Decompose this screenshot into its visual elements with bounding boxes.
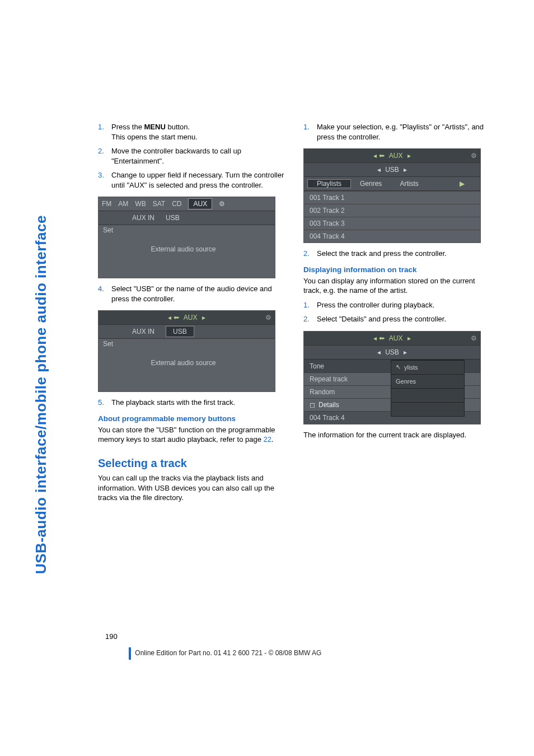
square-icon: ◻ bbox=[310, 401, 315, 409]
mem-body: You can store the "USB" function on the … bbox=[98, 425, 287, 445]
source-tabs: FM AM WB SAT CD AUX ⚙ bbox=[99, 197, 275, 211]
tab-am: AM bbox=[118, 200, 128, 208]
nav-right-icon: ▸ bbox=[202, 314, 205, 321]
track-row: 001 Track 1 bbox=[304, 191, 480, 204]
overlay-blank bbox=[391, 388, 464, 402]
gear-icon: ⚙ bbox=[265, 314, 271, 321]
top-bar: ◂ ⬅ AUX ▸ ⚙ bbox=[304, 332, 480, 346]
step-text: Press the MENU button. bbox=[111, 123, 190, 131]
right-steps-2: 2. Select the track and press the contro… bbox=[303, 249, 492, 259]
tab-wb: WB bbox=[135, 200, 146, 208]
step-number: 1. bbox=[303, 300, 310, 310]
nav-left-icon: ◂ bbox=[377, 166, 381, 174]
mem-body-text: You can store the "USB" function on the … bbox=[98, 426, 275, 444]
left-steps-3: 5. The playback starts with the first tr… bbox=[98, 398, 287, 408]
top-label: AUX bbox=[389, 152, 403, 160]
heading-display-info: Displaying information on track bbox=[303, 265, 492, 274]
content-columns: 1. Press the MENU button. This opens the… bbox=[98, 122, 493, 507]
step-text: Change to upper field if necessary. Turn… bbox=[111, 171, 284, 189]
sub-bar: ◂ USB ▸ bbox=[304, 346, 480, 360]
step-number: 2. bbox=[303, 249, 310, 259]
overlay-ylists: ↖ylists bbox=[391, 360, 464, 374]
tab-cd: CD bbox=[172, 200, 181, 208]
top-label: AUX bbox=[389, 334, 403, 342]
idrive-screen-4: ◂ ⬅ AUX ▸ ⚙ ◂ USB ▸ Tone Repeat track Ra… bbox=[303, 331, 481, 424]
sel-body: You can call up the tracks via the playb… bbox=[98, 473, 287, 503]
subtab-auxin: AUX IN bbox=[132, 214, 154, 222]
left-steps-2: 4. Select "USB" or the name of the audio… bbox=[98, 284, 287, 304]
heading-selecting-track: Selecting a track bbox=[98, 457, 287, 470]
sub-tabs: AUX IN USB bbox=[99, 325, 275, 339]
sub-bar: ◂ USB ▸ bbox=[304, 163, 480, 177]
step-number: 4. bbox=[98, 284, 104, 294]
step-number: 3. bbox=[98, 170, 104, 180]
tab-aux-selected: AUX bbox=[188, 198, 212, 209]
footer-edition: Online Edition for Part no. 01 41 2 600 … bbox=[135, 649, 321, 657]
idrive-screen-2: ◂ ⬅ AUX ▸ ⚙ AUX IN USB Set External audi… bbox=[98, 310, 275, 392]
sub-label: USB bbox=[385, 348, 399, 356]
step-text: Select "Details" and press the controlle… bbox=[317, 315, 446, 323]
set-label: Set bbox=[103, 226, 275, 234]
step-text: Press the controller during playback. bbox=[317, 301, 434, 309]
play-icon: ▶ bbox=[451, 180, 474, 188]
gear-icon: ⚙ bbox=[471, 334, 477, 342]
step-number: 2. bbox=[98, 146, 104, 156]
heading-mem-buttons: About programmable memory buttons bbox=[98, 414, 287, 423]
step-number: 1. bbox=[98, 122, 104, 132]
top-bar: ◂ ⬅ AUX ▸ ⚙ bbox=[99, 311, 275, 325]
step-text: Make your selection, e.g. "Playlists" or… bbox=[317, 123, 484, 141]
left-column: 1. Press the MENU button. This opens the… bbox=[98, 122, 287, 507]
subtab-auxin: AUX IN bbox=[132, 328, 154, 335]
step-text: Select "USB" or the name of the audio de… bbox=[111, 284, 272, 303]
idrive-screen-3: ◂ ⬅ AUX ▸ ⚙ ◂ USB ▸ Playlists Genres Art… bbox=[303, 148, 481, 243]
step-text: The playback starts with the first track… bbox=[111, 398, 235, 407]
gear-icon: ⚙ bbox=[219, 200, 225, 208]
idrive-screen-1: FM AM WB SAT CD AUX ⚙ AUX IN USB Set Ext… bbox=[98, 197, 275, 278]
track-list: 001 Track 1 002 Track 2 003 Track 3 004 … bbox=[304, 191, 480, 242]
nav-left-icon: ◂ ⬅ bbox=[373, 152, 384, 160]
tab-playlists-selected: Playlists bbox=[307, 179, 351, 188]
left-steps-1: 1. Press the MENU button. This opens the… bbox=[98, 122, 287, 190]
nav-right-icon: ▸ bbox=[407, 334, 411, 342]
sub-tabs: AUX IN USB bbox=[99, 211, 275, 225]
nav-left-icon: ◂ bbox=[377, 348, 381, 356]
overlay-blank bbox=[391, 402, 464, 416]
sub-label: USB bbox=[385, 166, 399, 174]
step-number: 2. bbox=[303, 314, 310, 324]
right-steps-1: 1. Make your selection, e.g. "Playlists"… bbox=[303, 122, 492, 142]
set-label: Set bbox=[103, 340, 275, 348]
right-steps-3: 1. Press the controller during playback.… bbox=[303, 300, 492, 324]
top-bar: ◂ ⬅ AUX ▸ ⚙ bbox=[304, 149, 480, 163]
overlay-label: ylists bbox=[404, 364, 418, 371]
nav-right-icon: ▸ bbox=[404, 166, 407, 174]
side-section-label: USB-audio interface/mobile phone audio i… bbox=[32, 215, 50, 574]
menu-list: Tone Repeat track Random ◻Details 004 Tr… bbox=[304, 360, 480, 424]
cursor-icon: ↖ bbox=[396, 363, 401, 371]
top-label: AUX bbox=[184, 314, 198, 321]
subtab-usb-selected: USB bbox=[166, 326, 194, 337]
after-text: The information for the current track ar… bbox=[303, 430, 492, 440]
nav-left-icon: ◂ ⬅ bbox=[373, 334, 384, 342]
nav-right-icon: ▸ bbox=[407, 152, 411, 160]
tab-fm: FM bbox=[102, 200, 111, 208]
track-row: 004 Track 4 bbox=[304, 230, 480, 242]
source-label: External audio source bbox=[103, 245, 275, 253]
step-sub: This opens the start menu. bbox=[111, 133, 198, 141]
page-number: 190 bbox=[105, 632, 486, 641]
page-footer: 190 Online Edition for Part no. 01 41 2 … bbox=[105, 632, 486, 660]
right-column: 1. Make your selection, e.g. "Playlists"… bbox=[303, 122, 492, 507]
gear-icon: ⚙ bbox=[471, 152, 477, 160]
overlay-panel: ↖ylists Genres bbox=[391, 360, 465, 417]
category-tabs: Playlists Genres Artists ▶ bbox=[304, 177, 480, 191]
list-area: Set External audio source bbox=[99, 225, 275, 278]
menu-details-label: Details bbox=[318, 401, 339, 409]
tab-genres: Genres bbox=[351, 180, 391, 188]
step-text: Move the controller backwards to call up… bbox=[111, 147, 241, 165]
step-number: 5. bbox=[98, 398, 104, 408]
track-row: 002 Track 2 bbox=[304, 204, 480, 217]
page-ref-link[interactable]: 22 bbox=[264, 435, 271, 444]
source-label: External audio source bbox=[103, 359, 275, 367]
step-text: Select the track and press the controlle… bbox=[317, 249, 447, 258]
nav-left-icon: ◂ ⬅ bbox=[168, 314, 179, 321]
subtab-usb: USB bbox=[166, 214, 180, 222]
